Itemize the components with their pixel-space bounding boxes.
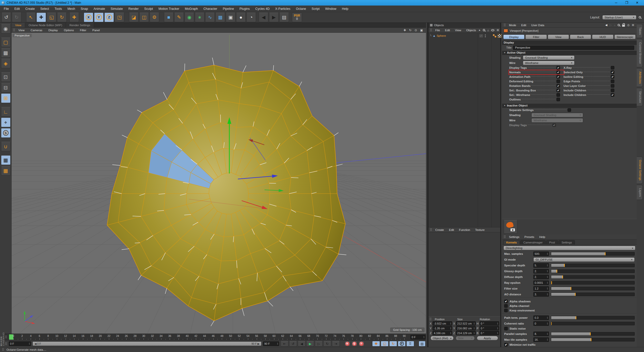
rotate-tool-icon[interactable]: ↻	[57, 13, 67, 22]
close-button[interactable]: ✕	[632, 0, 642, 6]
timeline-frame-label[interactable]: 64	[287, 334, 296, 340]
minimize-net-traffic-checkbox[interactable]	[504, 343, 508, 346]
drag-grip[interactable]	[5, 342, 7, 345]
option-checkbox[interactable]	[556, 98, 560, 101]
keyframe-selection-button[interactable]: ?	[358, 341, 365, 346]
prev-arrow-icon[interactable]: ◀	[259, 13, 268, 22]
menu-item[interactable]: Select	[37, 7, 52, 11]
live-selection-icon[interactable]: ◉	[1, 24, 11, 33]
timeline-frame-label[interactable]: 36	[165, 334, 174, 340]
object-tree[interactable]: └ ▲ Sphere ∕	[428, 33, 500, 227]
tweak-mode-icon[interactable]: ⌖	[1, 118, 11, 127]
separate-settings-checkbox[interactable]	[568, 108, 571, 112]
timeline-frame-label[interactable]: 78	[348, 334, 357, 340]
menu-item[interactable]: Snap	[78, 7, 91, 11]
snap-icon[interactable]: S	[1, 128, 11, 138]
timeline-frame-label[interactable]: 44	[200, 334, 209, 340]
target-icon[interactable]: ◎	[627, 23, 630, 27]
glossy-depth-slider[interactable]	[551, 269, 635, 273]
camera-label[interactable]: Perspective	[13, 34, 32, 37]
timeline-start-spinner[interactable]: 0 F▴▾	[410, 335, 425, 339]
max-samples-slider[interactable]	[551, 252, 635, 256]
position-x-field[interactable]: -3.922 cm▴▾	[433, 321, 452, 326]
record-position-button[interactable]: ✚	[372, 341, 380, 346]
next-frame-button[interactable]: ▷	[315, 341, 323, 346]
octane-live-viewer-icon[interactable]: ◉	[504, 220, 517, 234]
option-checkbox[interactable]	[556, 66, 560, 69]
option-checkbox[interactable]	[611, 71, 614, 74]
viewport-menu-item[interactable]: Cameras	[28, 29, 46, 32]
timeline-frame-label[interactable]: 48	[218, 334, 226, 340]
menu-item[interactable]: Character	[201, 7, 220, 11]
option-checkbox[interactable]	[611, 80, 614, 83]
attributes-menu-item[interactable]: Mode	[506, 24, 519, 27]
drag-grip[interactable]	[430, 318, 432, 321]
option-checkbox[interactable]	[556, 84, 560, 88]
home-icon[interactable]: ⌂	[487, 29, 489, 32]
timeline-frame-label[interactable]: 90	[400, 334, 409, 340]
y-axis-lock-icon[interactable]: Y	[94, 13, 104, 22]
edges-mode-icon[interactable]: ⊟	[1, 83, 11, 92]
timeline-frame-label[interactable]: 70	[313, 334, 322, 340]
floor-icon[interactable]: ▦	[216, 13, 225, 22]
ray-epsilon-spinner[interactable]: 0.0001▴▾	[533, 280, 549, 285]
ray-epsilon-slider[interactable]	[551, 281, 635, 285]
keep-environment-checkbox[interactable]	[504, 309, 508, 312]
coordinate-system-icon[interactable]: ◳	[115, 13, 124, 22]
size-z-field[interactable]: 214.129 cm▴▾	[456, 331, 476, 335]
timeline-frame-label[interactable]: 38	[174, 334, 183, 340]
specular-depth-spinner[interactable]: 5.▴▾	[533, 263, 549, 268]
record-keyframe-button[interactable]: K	[344, 341, 351, 346]
timeline-frame-label[interactable]: 4	[26, 334, 35, 340]
octane-menu-item[interactable]: Settings	[506, 235, 522, 238]
preview-range-slider[interactable]: ◀ 0 F 90 F ▶	[32, 341, 262, 346]
pan-view-icon[interactable]: ✚	[403, 28, 406, 32]
mograph-icon[interactable]: ∗	[195, 13, 204, 22]
autokey-button[interactable]: ()	[351, 341, 358, 346]
timeline-frame-label[interactable]: 74	[330, 334, 339, 340]
diffuse-depth-slider[interactable]	[551, 275, 635, 279]
max-tile-samples-spinner[interactable]: 16.▴▾	[533, 337, 549, 342]
workplane-mode-icon[interactable]: ◈	[1, 59, 11, 68]
glossy-depth-spinner[interactable]: 2.▴▾	[533, 269, 549, 273]
next-arrow-icon[interactable]: ▶	[269, 13, 279, 22]
octane-menu-item[interactable]: Presets	[522, 235, 537, 238]
polygons-mode-icon[interactable]: ⊞	[1, 93, 11, 103]
size-y-field[interactable]: 216.082 cm▴▾	[456, 326, 476, 330]
timeline-frame-label[interactable]: 60	[270, 334, 278, 340]
size-x-field[interactable]: 212.522 cm▴▾	[456, 321, 476, 326]
menu-item[interactable]: Cycles 4D	[252, 7, 272, 11]
timeline-frame-label[interactable]: 66	[296, 334, 305, 340]
timeline-frame-label[interactable]: 28	[131, 334, 140, 340]
light-icon[interactable]: ●	[236, 13, 246, 22]
scale-tool-icon[interactable]: ◱	[47, 13, 56, 22]
size-mode-dropdown[interactable]: Size	[456, 336, 475, 340]
timeline-frame-label[interactable]: 68	[305, 334, 313, 340]
next-key-button[interactable]: ↻	[323, 341, 331, 346]
psr-reset-button[interactable]: PSR 0	[292, 13, 302, 22]
menu-item[interactable]: Create	[23, 7, 38, 11]
rotation-p-field[interactable]: 0 °▴▾	[480, 326, 499, 330]
parallel-samples-spinner[interactable]: 8.▴▾	[533, 332, 549, 336]
object-row-sphere[interactable]: └ ▲ Sphere	[428, 33, 500, 39]
timeline-frame-label[interactable]: 18	[87, 334, 96, 340]
undo-icon[interactable]: ↺	[2, 13, 11, 22]
record-scale-button[interactable]: ◱	[381, 341, 389, 346]
object-name[interactable]: Sphere	[437, 34, 446, 37]
timeline-frame-label[interactable]: 40	[183, 334, 192, 340]
timeline-frame-label[interactable]: 58	[261, 334, 270, 340]
menu-item[interactable]: Pipeline	[220, 7, 237, 11]
timeline-frame-label[interactable]: 88	[391, 334, 400, 340]
menu-item[interactable]: Plugins	[237, 7, 252, 11]
tab-back[interactable]: Back	[570, 34, 591, 39]
objects-menu-item[interactable]: Edit	[443, 29, 453, 32]
option-checkbox[interactable]	[611, 66, 614, 69]
menu-item[interactable]: Script	[309, 7, 322, 11]
viewport-menu-item[interactable]: Display	[45, 29, 61, 32]
menu-item[interactable]: Simulate	[108, 7, 126, 11]
objects-menu-item[interactable]: Objects	[464, 29, 479, 32]
menu-item[interactable]: Tools	[52, 7, 65, 11]
timeline-frame-label[interactable]: 32	[148, 334, 157, 340]
z-axis-lock-icon[interactable]: Z	[104, 13, 114, 22]
tab-filter[interactable]: Filter	[525, 34, 547, 39]
